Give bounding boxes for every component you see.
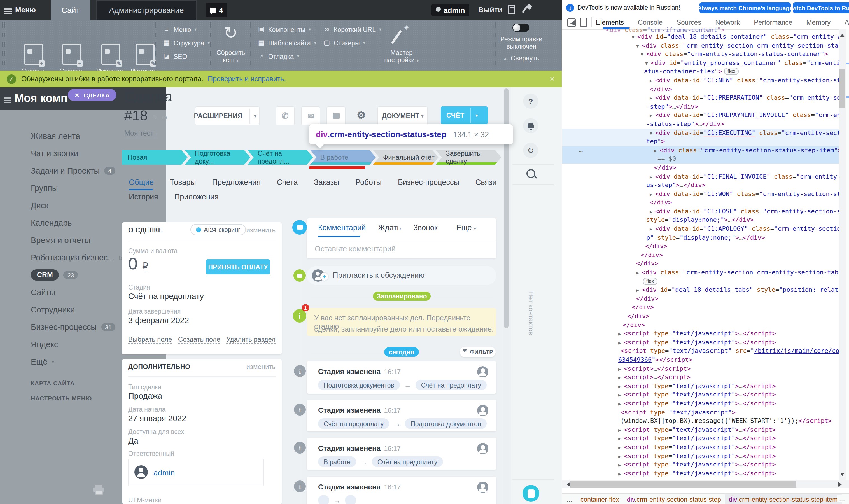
devtools-node-line[interactable]: p" style="display:none;">…</div> xyxy=(562,233,839,242)
timeline-tab-Звонок[interactable]: Звонок xyxy=(413,223,438,232)
comment-input[interactable]: Оставьте комментарий xyxy=(315,245,396,253)
timeline-tab-Еще[interactable]: Еще ▾ xyxy=(456,223,476,232)
devtools-node-line[interactable]: ▶<script type="text/javascript">…</scrip… xyxy=(562,460,839,469)
devtools-node-line[interactable]: ▶<div data-id="C1:LOSE" class="crm-entit… xyxy=(562,207,839,216)
breadcrumb-item[interactable]: … xyxy=(562,496,577,503)
sitemap-link[interactable]: КАРТА САЙТА xyxy=(31,380,75,386)
tab-История[interactable]: История xyxy=(129,193,158,201)
stage-4[interactable]: Финальный счёт xyxy=(373,150,438,165)
alert-fix-link[interactable]: Проверить и исправить. xyxy=(208,75,286,83)
toolbar-item-Стикеры[interactable]: ▢Стикеры▾ xyxy=(323,39,365,47)
devtools-node-line[interactable]: ▶<div data-id="C1:FINAL_INVOICE" class="… xyxy=(562,172,839,181)
devtools-node-line[interactable]: ▼<div class="crm-entity-section crm-enti… xyxy=(562,41,839,50)
devtools-node-line[interactable]: </div> xyxy=(562,259,839,268)
deal-chip[interactable]: ✕ СДЕЛКА xyxy=(68,89,117,101)
stage-1[interactable]: Подготовка доку... xyxy=(185,150,250,165)
hamburger-icon[interactable] xyxy=(4,7,12,15)
devtools-node-line[interactable]: us-step">…</div> xyxy=(562,181,839,190)
edit-mode-toggle[interactable] xyxy=(512,23,529,32)
scroll-down-arrow[interactable] xyxy=(840,473,845,478)
devtools-node-line[interactable]: -status-step">…</div> xyxy=(562,120,839,128)
device-toolbar-icon[interactable] xyxy=(580,18,587,27)
invoice-button[interactable]: СЧЁТ ▾ xyxy=(441,106,488,124)
content-scrollbar[interactable] xyxy=(504,87,509,504)
devtools-node-line[interactable]: ▶<div class="crm-entity-section crm-enti… xyxy=(562,268,839,277)
call-button[interactable]: ✆ xyxy=(275,106,294,125)
close-date-value[interactable]: 3 февраля 2022 xyxy=(128,316,189,325)
devtools-tab-Sources[interactable]: Sources xyxy=(676,18,701,26)
stage-value[interactable]: Счёт на предоплату xyxy=(128,292,204,301)
logout-link[interactable]: Выйти xyxy=(478,5,502,14)
devtools-node-line[interactable]: style="display:none;">…</div> xyxy=(562,216,839,224)
devtools-node-line[interactable]: -step">…</div> xyxy=(562,103,839,111)
breadcrumb-item[interactable]: container-flex xyxy=(577,496,623,503)
toolbar-item-Структура[interactable]: ▦Структура▾ xyxy=(163,39,210,47)
tab-Бизнес-процессы[interactable]: Бизнес-процессы xyxy=(398,178,459,186)
notifications-badge[interactable]: 4 xyxy=(205,3,228,17)
sidebar-item-4[interactable]: Диск xyxy=(31,199,160,212)
switch-devtools-button[interactable]: Switch DevTools to Russ xyxy=(793,2,849,14)
amount-value[interactable]: 0 ₽ xyxy=(128,254,148,273)
devtools-vthumb[interactable] xyxy=(839,69,845,108)
match-language-button[interactable]: Always match Chrome's language xyxy=(700,2,791,14)
menu-button[interactable]: Меню xyxy=(15,5,36,14)
devtools-node-line[interactable]: </div> xyxy=(562,312,839,321)
devtools-node-line[interactable]: </div> xyxy=(562,303,839,312)
sidebar-burger-icon[interactable] xyxy=(4,96,11,104)
email-button[interactable]: ✉ xyxy=(301,106,320,125)
copy-link-icon[interactable]: ∞ xyxy=(162,113,167,122)
ai-scoring-button[interactable]: AI24-скоринг xyxy=(191,224,246,235)
devtools-node-line[interactable]: </div> xyxy=(562,199,839,207)
devtools-node-line[interactable]: ▶<div data-id="C1:APOLOGY" class="crm-en… xyxy=(562,224,839,233)
devtools-tab-Network[interactable]: Network xyxy=(715,18,740,26)
devtools-node-line[interactable]: ▶<div data-id="C1:NEW" class="crm-entity… xyxy=(562,76,839,85)
breadcrumb-item[interactable]: div.crm-entity-section-status-step xyxy=(623,496,725,503)
wizard-icon[interactable]: ✳ xyxy=(392,25,410,45)
calculator-icon[interactable] xyxy=(508,5,515,14)
tab-Связи[interactable]: Связи xyxy=(475,178,497,186)
alert-close-icon[interactable]: ✕ xyxy=(549,75,555,83)
devtools-node-line[interactable]: <script type="text/javascript" src="/bit… xyxy=(562,347,839,356)
toolbar-item-Меню[interactable]: ≡Меню▾ xyxy=(163,26,197,33)
about-link-1[interactable]: Создать поле xyxy=(178,336,220,344)
stage-5[interactable]: Завершить сделку xyxy=(436,150,501,165)
search-icon[interactable] xyxy=(526,169,536,178)
tab-administration[interactable]: Администрирование xyxy=(96,0,197,20)
devtools-node-line[interactable]: ▶<script type="text/javascript">…</scrip… xyxy=(562,391,839,399)
help-icon[interactable]: ? xyxy=(523,93,538,109)
devtools-node-line[interactable]: </div> xyxy=(562,294,839,303)
timeline-tab-Комментарий[interactable]: Комментарий xyxy=(318,223,366,232)
accept-payment-button[interactable]: ПРИНЯТЬ ОПЛАТУ xyxy=(206,259,270,274)
devtools-node-line[interactable]: ▶<script type="text/javascript">…</scrip… xyxy=(562,452,839,460)
devtools-node-line[interactable]: ▶<script type="text/javascript">…</scrip… xyxy=(562,382,839,391)
devtools-node-line[interactable]: (window.BX||top.BX).message({'WEEK_START… xyxy=(562,417,839,425)
breadcrumb-overflow[interactable]: … xyxy=(837,495,847,502)
devtools-node-line[interactable]: ▶<script type="text/javascript">…</scrip… xyxy=(562,434,839,443)
stage-3[interactable]: В работе xyxy=(310,150,376,165)
tab-Общие[interactable]: Общие xyxy=(129,178,154,186)
toolbar-item-Шаблон сайта[interactable]: ▤Шаблон сайта▾ xyxy=(258,39,317,47)
additional-edit-link[interactable]: изменить xyxy=(247,363,275,371)
devtools-node-line[interactable]: ▼<div id="entity_progress_container" cla… xyxy=(562,59,839,68)
scroll-right-arrow[interactable] xyxy=(838,482,844,487)
devtools-node-line[interactable]: ▶<div data-id="C1:PREPAYMENT_INVOICE" cl… xyxy=(562,111,839,120)
toolbar-item-Отладка[interactable]: ◔Отладка▾ xyxy=(258,53,299,60)
breadcrumb-item[interactable]: div.crm-entity-section-status-step-item xyxy=(725,494,842,504)
devtools-hscrollbar[interactable] xyxy=(562,481,849,488)
tab-Счета[interactable]: Счета xyxy=(277,178,297,186)
contact-center-icon[interactable] xyxy=(523,485,539,502)
toolbar-item-Короткий URL[interactable]: ∞Короткий URL▾ xyxy=(323,26,381,33)
tab-Заказы[interactable]: Заказы xyxy=(314,178,339,186)
devtools-node-line[interactable]: atus-container-flex">flex xyxy=(562,68,839,76)
bell-icon[interactable] xyxy=(523,118,538,133)
chip-close-icon[interactable]: ✕ xyxy=(74,92,80,98)
devtools-tab-Performance[interactable]: Performance xyxy=(754,18,792,26)
collapse-button[interactable]: ▲Свернуть xyxy=(503,55,539,61)
extensions-button[interactable]: РАСШИРЕНИЯ ▾ xyxy=(195,106,260,125)
invite-box[interactable]: + Пригласить к обсуждению xyxy=(307,266,496,285)
configure-menu-link[interactable]: НАСТРОИТЬ МЕНЮ xyxy=(31,395,92,401)
user-button[interactable]: admin xyxy=(431,4,470,16)
reset-cache-icon[interactable]: ↻ xyxy=(221,23,240,42)
devtools-hthumb[interactable] xyxy=(570,481,796,488)
devtools-node-line[interactable]: ▶<script type="text/javascript">…</scrip… xyxy=(562,425,839,434)
